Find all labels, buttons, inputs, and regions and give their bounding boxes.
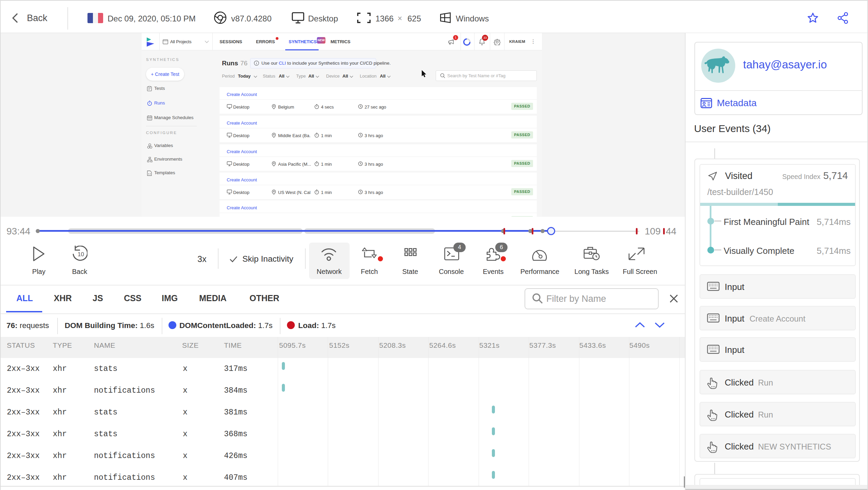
- svg-text:10: 10: [78, 251, 84, 258]
